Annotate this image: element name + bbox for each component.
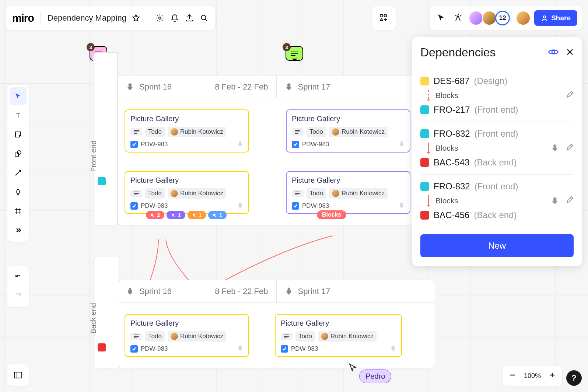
undo-button[interactable]	[10, 268, 27, 287]
pen-tool[interactable]	[10, 183, 27, 201]
edit-icon[interactable]	[566, 196, 574, 206]
issue-key: PDW-983	[141, 202, 168, 210]
checkbox-icon	[292, 141, 299, 148]
avatar[interactable]	[482, 11, 497, 25]
share-button[interactable]: Share	[534, 10, 577, 26]
frame-tool[interactable]	[10, 202, 27, 220]
dependency-pill[interactable]: 1	[208, 211, 227, 219]
dependency-pill[interactable]: 2	[146, 211, 164, 219]
issue-key: PDW-983	[141, 345, 168, 353]
jira-icon	[126, 82, 134, 92]
sprint-header[interactable]: Sprint 17	[277, 280, 435, 302]
avatar-self[interactable]	[516, 11, 531, 25]
edit-icon[interactable]	[566, 91, 574, 100]
avatar-icon	[171, 128, 178, 136]
connector-tool[interactable]	[10, 164, 27, 182]
checkbox-icon	[292, 202, 299, 210]
svg-point-1	[201, 15, 206, 20]
assignee-chip[interactable]: Rubin Kotowicz	[168, 188, 226, 199]
assignee-chip[interactable]: Rubin Kotowicz	[329, 127, 388, 137]
remote-cursor: Pedro	[348, 363, 391, 383]
status-chip[interactable]: Todo	[307, 188, 326, 199]
sprint-header[interactable]: Sprint 17	[277, 76, 435, 98]
reactions-icon[interactable]	[452, 11, 465, 25]
avatar-icon	[171, 190, 178, 197]
dep-key[interactable]: FRO-832	[434, 129, 470, 139]
table-head: Sprint 16 8 Feb - 22 Feb Sprint 17	[118, 280, 435, 303]
issue-key: PDW-983	[302, 141, 329, 148]
assignee-chip[interactable]: Rubin Kotowicz	[168, 331, 226, 342]
dependency-group: FRO-832 (Front end) Blocks BAC-543 (Back…	[420, 122, 574, 175]
description-icon	[130, 128, 142, 136]
dep-key[interactable]: DES-687	[434, 76, 469, 86]
svg-point-10	[552, 50, 555, 53]
issue-card[interactable]: Picture Gallery Todo Rubin Kotowicz PDW-…	[275, 314, 402, 357]
jira-icon	[398, 140, 405, 149]
dep-key[interactable]: FRO-832	[434, 181, 470, 192]
assignee-chip[interactable]: Rubin Kotowicz	[329, 188, 388, 199]
issue-card[interactable]: Picture Gallery Todo Rubin Kotowicz PDW-…	[286, 171, 410, 214]
jira-icon[interactable]	[551, 143, 559, 153]
sprint-header[interactable]: Sprint 16 8 Feb - 22 Feb	[118, 280, 277, 302]
close-icon[interactable]	[566, 48, 574, 57]
zoom-out-button[interactable]	[509, 372, 516, 380]
redo-button[interactable]	[10, 287, 27, 305]
dep-key[interactable]: FRO-217	[434, 105, 470, 115]
issue-card[interactable]: Picture Gallery Todo Rubin Kotowicz PDW-…	[286, 109, 410, 153]
issue-card[interactable]: Picture Gallery Todo Rubin Kotowicz PDW-…	[125, 109, 249, 153]
participant-overflow[interactable]: 12	[495, 11, 510, 25]
issue-card[interactable]: Picture Gallery Todo Rubin Kotowicz PDW-…	[125, 314, 249, 357]
svg-rect-2	[380, 14, 383, 17]
comment-count: 3	[87, 43, 95, 51]
apps-button[interactable]	[372, 6, 396, 30]
status-chip[interactable]: Todo	[145, 188, 165, 199]
issue-key: PDW-983	[141, 141, 168, 148]
status-chip[interactable]: Todo	[145, 127, 165, 137]
issue-card[interactable]: Picture Gallery Todo Rubin Kotowicz PDW-…	[125, 171, 249, 214]
more-tools[interactable]	[10, 221, 27, 239]
header-right: 12 Share	[430, 6, 582, 30]
sticky-tool[interactable]	[10, 125, 27, 144]
panel-toggle[interactable]	[7, 364, 29, 386]
sprint-name: Sprint 17	[298, 287, 330, 296]
new-dependency-button[interactable]: New	[420, 234, 574, 257]
help-button[interactable]: ?	[566, 370, 582, 386]
status-chip[interactable]: Todo	[145, 331, 165, 342]
dependency-pill[interactable]: 1	[167, 211, 185, 219]
shape-tool[interactable]	[10, 144, 27, 163]
cursor-mode-icon[interactable]	[435, 11, 448, 25]
settings-icon[interactable]	[155, 13, 165, 23]
zoom-level[interactable]: 100%	[524, 372, 541, 380]
edit-icon[interactable]	[566, 143, 574, 153]
jira-icon	[237, 202, 244, 210]
zoom-bar: 100%	[503, 366, 562, 386]
jira-icon[interactable]	[551, 196, 559, 206]
export-icon[interactable]	[184, 13, 195, 23]
logo[interactable]: miro	[12, 12, 34, 24]
blocks-pill[interactable]: Blocks	[317, 210, 346, 219]
dep-category: (Back end)	[474, 157, 517, 168]
dep-key[interactable]: BAC-543	[434, 157, 469, 168]
bell-icon[interactable]	[169, 13, 180, 23]
checkbox-icon	[281, 345, 288, 353]
select-tool[interactable]	[10, 87, 27, 105]
sprint-header[interactable]: Sprint 16 8 Feb - 22 Feb	[118, 76, 277, 98]
board-title[interactable]: Dependency Mapping	[48, 13, 126, 23]
zoom-in-button[interactable]	[549, 372, 556, 380]
avatar[interactable]	[469, 11, 483, 25]
assignee-chip[interactable]: Rubin Kotowicz	[318, 331, 377, 342]
dep-category: (Back end)	[474, 210, 517, 220]
status-chip[interactable]: Todo	[295, 331, 315, 342]
visibility-icon[interactable]	[548, 48, 559, 57]
star-icon[interactable]	[131, 13, 141, 23]
search-icon[interactable]	[199, 13, 209, 23]
comment-bubble[interactable]: 3	[286, 46, 303, 61]
card-title: Picture Gallery	[130, 176, 243, 185]
card-title: Picture Gallery	[130, 319, 243, 328]
dep-key[interactable]: BAC-456	[434, 210, 469, 220]
assignee-chip[interactable]: Rubin Kotowicz	[168, 127, 226, 137]
text-tool[interactable]	[10, 106, 27, 125]
status-chip[interactable]: Todo	[307, 127, 326, 137]
dependency-pill[interactable]: 1	[188, 211, 206, 219]
dependencies-panel: Dependencies DES-687 (Design) Blocks FRO…	[412, 37, 582, 266]
